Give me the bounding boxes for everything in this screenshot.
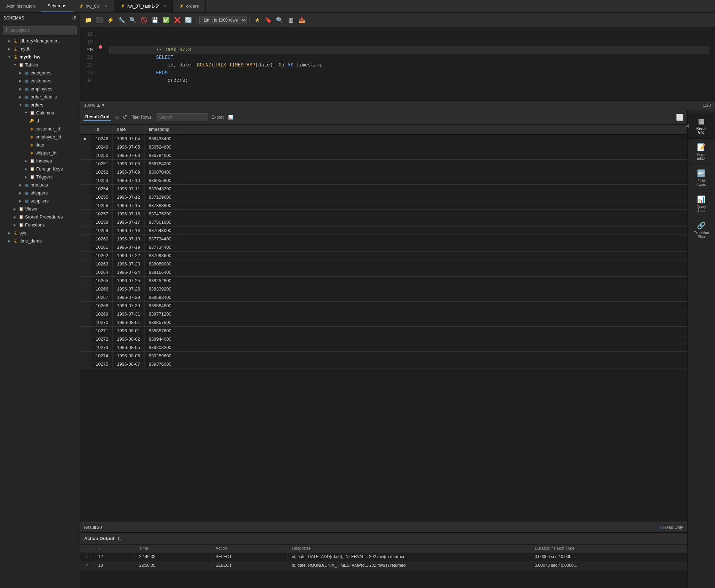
tab-administration[interactable]: Administration bbox=[0, 0, 41, 12]
right-area: 📁 ⬛ ⚡ 🔧 🔍 🚫 💾 ✅ ❌ 🔄 Limit to 1000 rows L… bbox=[80, 13, 715, 588]
refresh-grid-btn[interactable]: ↺ bbox=[122, 114, 127, 120]
cell-empty-26 bbox=[176, 352, 687, 360]
code-editor[interactable]: -- Task 07.3 SELECT id, date, ROUND(UNIX… bbox=[104, 28, 715, 101]
tree-item-col-shipperid[interactable]: ◆ shipper_id bbox=[0, 149, 80, 157]
tree-item-sys[interactable]: ▶ 🗄 sys bbox=[0, 229, 80, 237]
right-panel-form-editor[interactable]: 📝 FormEditor bbox=[688, 139, 715, 165]
cell-empty-7 bbox=[176, 193, 687, 201]
cell-empty-17 bbox=[176, 277, 687, 285]
right-panel-execution-plan[interactable]: 🔗 ExecutionPlan bbox=[688, 217, 715, 243]
tree-item-views[interactable]: ▶ 📋 Views bbox=[0, 205, 80, 213]
expand-icon: ▶ bbox=[18, 79, 23, 83]
tab-hw06[interactable]: ⚡ hw_06* ✕ bbox=[73, 0, 114, 12]
tree-item-storedprocedures[interactable]: ▶ 📋 Stored Procedures bbox=[0, 213, 80, 221]
filter-objects-input[interactable] bbox=[3, 26, 77, 34]
table-row: ▶ 10248 1996-07-04 836438400 bbox=[80, 134, 687, 143]
col-header-timestamp[interactable]: timestamp bbox=[144, 125, 176, 134]
cell-timestamp-25: 839203200 bbox=[144, 343, 176, 352]
cell-timestamp-23: 838857600 bbox=[144, 327, 176, 335]
cell-id-21: 10269 bbox=[91, 310, 113, 318]
tree-item-col-customerid[interactable]: ◆ customer_id bbox=[0, 125, 80, 133]
cell-empty-27 bbox=[176, 360, 687, 368]
tab-orders[interactable]: ⚡ orders bbox=[173, 0, 206, 12]
cell-empty-8 bbox=[176, 201, 687, 210]
tree-item-products[interactable]: ▶ ▦ products bbox=[0, 181, 80, 189]
right-panel-query-stats[interactable]: 📊 QueryStats bbox=[688, 191, 715, 217]
tree-item-employees[interactable]: ▶ ▦ employees bbox=[0, 85, 80, 93]
row-arrow-19 bbox=[80, 293, 91, 302]
refresh-btn[interactable]: 🔄 bbox=[184, 15, 193, 25]
bookmark-btn[interactable]: 🔖 bbox=[264, 15, 273, 25]
execute-btn[interactable]: ⚡ bbox=[106, 15, 115, 25]
apply-btn[interactable]: ✅ bbox=[161, 15, 171, 25]
cell-date-7: 1996-07-12 bbox=[113, 193, 145, 201]
stop-btn[interactable]: 🚫 bbox=[139, 15, 149, 25]
tree-item-shippers[interactable]: ▶ ▦ shippers bbox=[0, 189, 80, 197]
cell-id-3: 10251 bbox=[91, 160, 113, 168]
sidebar-refresh-icon[interactable]: ↺ bbox=[72, 15, 76, 21]
field-types-icon: 🔤 bbox=[697, 169, 706, 177]
action-duration-1: 0.00073 sec / 0.0000... bbox=[530, 561, 687, 570]
tree-item-mydb-hw[interactable]: ▼ 🗄 mydb_hw bbox=[0, 53, 80, 61]
tree-item-order-details[interactable]: ▶ ▦ order_details bbox=[0, 93, 80, 101]
tree-item-columns[interactable]: ▼ 📋 Columns bbox=[0, 109, 80, 117]
revert-btn[interactable]: ❌ bbox=[172, 15, 182, 25]
tree-item-col-id[interactable]: 🔑 id bbox=[0, 117, 80, 125]
limit-rows-select[interactable]: Limit to 1000 rows Limit to 200 rows Don… bbox=[199, 16, 247, 24]
new-query-btn[interactable]: ⬛ bbox=[95, 15, 104, 25]
maximize-result-btn[interactable]: ⬜ bbox=[676, 113, 684, 121]
export-csv-btn[interactable]: 📤 bbox=[297, 15, 307, 25]
tree-item-tables[interactable]: ▼ 📋 Tables bbox=[0, 61, 80, 69]
tree-item-timedemo[interactable]: ▶ 🗄 time_demo bbox=[0, 237, 80, 245]
right-panel-result-grid[interactable]: ◀ ▦ ResultGrid bbox=[688, 113, 715, 139]
tree-item-col-date[interactable]: ◆ date bbox=[0, 141, 80, 149]
result-grid-tab[interactable]: Result Grid bbox=[83, 113, 111, 121]
tree-item-col-employeeid[interactable]: ◆ employee_id bbox=[0, 133, 80, 141]
zoom-btn[interactable]: 🔍 bbox=[275, 15, 284, 25]
tab-schemas[interactable]: Schemas bbox=[41, 0, 72, 12]
commit-btn[interactable]: 💾 bbox=[150, 15, 160, 25]
explain-btn[interactable]: 🔍 bbox=[128, 15, 138, 25]
action-output-sort-icon[interactable]: ⇅ bbox=[117, 536, 121, 541]
tree-item-librarymanagement[interactable]: ▶ 🗄 LibraryManagement bbox=[0, 37, 80, 45]
action-action-0: SELECT bbox=[211, 553, 288, 561]
action-output-content[interactable]: # Time Action Response Duration / Fetch … bbox=[80, 545, 687, 588]
col-header-date[interactable]: date bbox=[113, 125, 145, 134]
cell-empty-23 bbox=[176, 327, 687, 335]
result-grid-container[interactable]: id date timestamp ▶ 10248 1996-07-04 836… bbox=[80, 125, 687, 522]
expand-icon: ▼ bbox=[24, 111, 29, 115]
toolbar-separator bbox=[196, 16, 196, 24]
right-panel-field-types[interactable]: 🔤 FieldTypes bbox=[688, 165, 715, 191]
export-button[interactable]: 📊 bbox=[228, 115, 233, 120]
tree-item-mydb[interactable]: ▶ 🗄 mydb bbox=[0, 45, 80, 53]
cell-date-27: 1996-08-07 bbox=[113, 360, 145, 368]
cell-empty-19 bbox=[176, 293, 687, 302]
tree-item-customers[interactable]: ▶ ▦ customers bbox=[0, 77, 80, 85]
action-col-num: # bbox=[94, 545, 135, 553]
table-row: 10252 1996-07-09 836870400 bbox=[80, 168, 687, 176]
cell-date-23: 1996-08-01 bbox=[113, 327, 145, 335]
table-row: 10250 1996-07-08 836784000 bbox=[80, 151, 687, 160]
col-header-id[interactable]: id bbox=[91, 125, 113, 134]
grid-btn[interactable]: ▦ bbox=[286, 15, 296, 25]
tree-item-functions[interactable]: ▶ 📋 Functions bbox=[0, 221, 80, 229]
open-folder-btn[interactable]: 📁 bbox=[83, 15, 93, 25]
main-layout: SCHEMAS ↺ ▶ 🗄 LibraryManagement ▶ 🗄 mydb… bbox=[0, 13, 715, 588]
action-row: ✓ 13 22:50:05 SELECT id, date, ROUND(UNI… bbox=[80, 561, 687, 570]
tree-item-orders[interactable]: ▼ ▦ orders bbox=[0, 101, 80, 109]
cell-empty-25 bbox=[176, 343, 687, 352]
tab-hw07-close[interactable]: ✕ bbox=[163, 4, 166, 8]
star-btn[interactable]: ★ bbox=[252, 15, 262, 25]
zoom-step-btn[interactable]: ▲▼ bbox=[96, 103, 105, 108]
execute-selection-btn[interactable]: 🔧 bbox=[117, 15, 127, 25]
tree-item-categories[interactable]: ▶ ▦ categories bbox=[0, 69, 80, 77]
tab-hw07[interactable]: ⚡ hw_07_task1-5* ✕ bbox=[114, 0, 173, 12]
search-input[interactable] bbox=[156, 113, 208, 121]
tab-hw06-close[interactable]: ✕ bbox=[104, 4, 107, 8]
tree-item-triggers[interactable]: ▶ 📋 Triggers bbox=[0, 173, 80, 181]
tree-item-indexes[interactable]: ▶ 📋 Indexes bbox=[0, 157, 80, 165]
tree-item-suppliers[interactable]: ▶ ▦ suppliers bbox=[0, 197, 80, 205]
line-num-22: 22 bbox=[80, 61, 93, 69]
cell-date-0: 1996-07-04 bbox=[113, 134, 145, 143]
tree-item-foreignkeys[interactable]: ▶ 📋 Foreign Keys bbox=[0, 165, 80, 173]
